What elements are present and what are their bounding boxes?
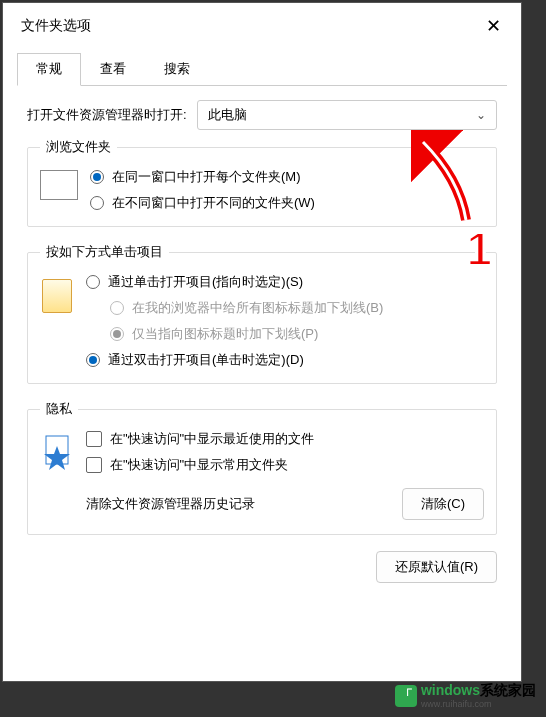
radio-icon xyxy=(90,170,104,184)
underline-all-label: 在我的浏览器中给所有图标标题加下划线(B) xyxy=(132,299,383,317)
double-click-label: 通过双击打开项目(单击时选定)(D) xyxy=(108,351,304,369)
titlebar: 文件夹选项 ✕ xyxy=(3,3,521,45)
clear-button[interactable]: 清除(C) xyxy=(402,488,484,520)
underline-hover-label: 仅当指向图标标题时加下划线(P) xyxy=(132,325,318,343)
browse-diff-window-radio[interactable]: 在不同窗口中打开不同的文件夹(W) xyxy=(90,194,484,212)
tab-search[interactable]: 搜索 xyxy=(145,53,209,85)
radio-icon xyxy=(86,353,100,367)
dialog-title: 文件夹选项 xyxy=(21,17,91,35)
watermark-brand: windows xyxy=(421,682,480,698)
browse-folders-legend: 浏览文件夹 xyxy=(40,138,117,156)
single-click-radio[interactable]: 通过单击打开项目(指向时选定)(S) xyxy=(86,273,484,291)
show-frequent-folders-label: 在"快速访问"中显示常用文件夹 xyxy=(110,456,288,474)
browse-same-window-label: 在同一窗口中打开每个文件夹(M) xyxy=(112,168,301,186)
quick-access-icon xyxy=(40,432,74,472)
folder-options-dialog: 文件夹选项 ✕ 常规 查看 搜索 打开文件资源管理器时打开: 此电脑 ⌄ 浏览文… xyxy=(2,2,522,682)
open-explorer-row: 打开文件资源管理器时打开: 此电脑 ⌄ xyxy=(27,100,497,130)
tab-general[interactable]: 常规 xyxy=(17,53,81,86)
click-items-group: 按如下方式单击项目 通过单击打开项目(指向时选定)(S) 在我的浏览器中给所有图… xyxy=(27,243,497,384)
browse-diff-window-label: 在不同窗口中打开不同的文件夹(W) xyxy=(112,194,315,212)
show-recent-files-label: 在"快速访问"中显示最近使用的文件 xyxy=(110,430,314,448)
tab-strip: 常规 查看 搜索 xyxy=(17,53,507,86)
restore-defaults-button[interactable]: 还原默认值(R) xyxy=(376,551,497,583)
watermark: 「 windows系统家园 www.ruihaifu.com xyxy=(395,682,536,709)
checkbox-icon xyxy=(86,457,102,473)
privacy-group: 隐私 在"快速访问"中显示最近使用的文件 在"快速访问"中显示常用文件 xyxy=(27,400,497,535)
underline-all-radio: 在我的浏览器中给所有图标标题加下划线(B) xyxy=(110,299,484,317)
single-click-label: 通过单击打开项目(指向时选定)(S) xyxy=(108,273,303,291)
open-explorer-label: 打开文件资源管理器时打开: xyxy=(27,106,187,124)
click-items-legend: 按如下方式单击项目 xyxy=(40,243,169,261)
tab-content: 打开文件资源管理器时打开: 此电脑 ⌄ 浏览文件夹 在同一窗口中打开每个文件夹(… xyxy=(3,86,521,597)
radio-icon xyxy=(110,327,124,341)
show-recent-files-check[interactable]: 在"快速访问"中显示最近使用的文件 xyxy=(86,430,484,448)
watermark-logo-icon: 「 xyxy=(395,685,417,707)
tab-view[interactable]: 查看 xyxy=(81,53,145,85)
chevron-down-icon: ⌄ xyxy=(476,108,486,122)
window-icon xyxy=(40,170,78,200)
underline-hover-radio: 仅当指向图标标题时加下划线(P) xyxy=(110,325,484,343)
browse-same-window-radio[interactable]: 在同一窗口中打开每个文件夹(M) xyxy=(90,168,484,186)
clear-history-label: 清除文件资源管理器历史记录 xyxy=(86,495,402,513)
watermark-suffix: 系统家园 xyxy=(480,682,536,698)
open-explorer-select[interactable]: 此电脑 ⌄ xyxy=(197,100,497,130)
double-click-radio[interactable]: 通过双击打开项目(单击时选定)(D) xyxy=(86,351,484,369)
show-frequent-folders-check[interactable]: 在"快速访问"中显示常用文件夹 xyxy=(86,456,484,474)
radio-icon xyxy=(90,196,104,210)
radio-icon xyxy=(86,275,100,289)
watermark-url: www.ruihaifu.com xyxy=(421,700,536,709)
close-icon[interactable]: ✕ xyxy=(479,12,507,40)
radio-icon xyxy=(110,301,124,315)
privacy-legend: 隐私 xyxy=(40,400,78,418)
browse-folders-group: 浏览文件夹 在同一窗口中打开每个文件夹(M) 在不同窗口中打开不同的文件夹(W) xyxy=(27,138,497,227)
open-explorer-value: 此电脑 xyxy=(208,106,247,124)
checkbox-icon xyxy=(86,431,102,447)
folder-cursor-icon xyxy=(40,275,74,315)
